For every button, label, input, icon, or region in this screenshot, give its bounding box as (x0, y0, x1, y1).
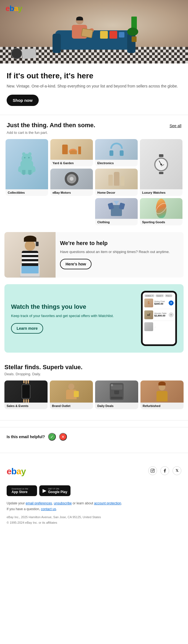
stellar-label-sales: Sales & Events (4, 403, 48, 409)
watchlist-text: Watch the things you love Keep track of … (11, 303, 137, 334)
products-header: Just the thing. And then some. See all (4, 122, 184, 129)
hero-title: If it's out there, it's here (7, 71, 181, 81)
stellar-card-daily[interactable]: Daily Deals (95, 380, 138, 409)
hero-subtitle: New. Vintage. One-of-a-kind. Shop everyt… (7, 83, 181, 89)
product-label-yard-garden: Yard & Garden (50, 160, 93, 166)
product-card-collectibles[interactable]: Collectibles (6, 139, 48, 196)
product-card-sporting-goods[interactable]: Sporting Goods (140, 198, 182, 225)
footer-top: ebay 𝕏 (7, 466, 181, 481)
products-subtitle: Add to cart is the fun part. (4, 131, 184, 135)
footer-address: eBay Inc., 2025 Hamilton Avenue, San Jos… (7, 515, 181, 526)
google-play-name: Google Play (48, 490, 67, 494)
app-store-pre: Download on the (12, 488, 28, 490)
product-card-luxury-watches[interactable]: Luxury Watches (140, 139, 182, 196)
help-image (4, 232, 56, 278)
hero-text-block: If it's out there, it's here New. Vintag… (0, 63, 188, 108)
shop-now-button[interactable]: Shop now (7, 95, 39, 106)
product-label-sporting-goods: Sporting Goods (140, 219, 182, 225)
help-section: We're here to help Have questions about … (4, 232, 184, 278)
stellar-label-daily: Daily Deals (95, 403, 138, 409)
stellar-subtitle: Deals. Dropping. Daily. (4, 372, 184, 376)
product-card-ebay-motors[interactable]: eBay Motors (50, 169, 93, 196)
account-protection-link[interactable]: account protection (94, 501, 121, 505)
email-prefs-link[interactable]: email preferences (26, 501, 52, 505)
contact-us-link[interactable]: contact us (41, 507, 56, 511)
footer-apps: Download on the App Store ▶ GET IT ON Go… (7, 485, 181, 496)
svg-point-2 (153, 469, 154, 470)
app-store-name: App Store (12, 490, 28, 494)
feedback-yes-button[interactable]: ✓ (48, 433, 56, 441)
footer: ebay 𝕏 Download on the (0, 460, 188, 532)
stellar-grid: Sales & Events Brand Outlet (4, 380, 184, 409)
product-card-electronics[interactable]: Electronics (95, 139, 138, 166)
product-card-yard-garden[interactable]: Yard & Garden (50, 139, 93, 166)
twitter-x-icon[interactable]: 𝕏 (173, 466, 181, 475)
feedback-no-button[interactable]: ✕ (59, 433, 67, 441)
google-play-badge[interactable]: ▶ GET IT ON Google Play (39, 485, 70, 496)
feedback-question: Is this email helpful? (7, 435, 45, 439)
stellar-title: Stellar finds. Superb value. (4, 364, 184, 371)
watchlist-subtitle: Keep track of your favorites and get spe… (11, 313, 137, 319)
app-store-badge[interactable]: Download on the App Store (7, 485, 37, 496)
stellar-label-brand: Brand Outlet (50, 403, 93, 409)
divider-2 (0, 420, 188, 421)
stellar-card-sales[interactable]: Sales & Events (4, 380, 48, 409)
product-label-clothing: Clothing (95, 219, 138, 225)
products-section: Just the thing. And then some. See all A… (0, 122, 188, 225)
help-content: We're here to help Have questions about … (56, 232, 174, 278)
stellar-label-refurbished: Refurbished (140, 403, 184, 409)
products-title: Just the thing. And then some. (7, 122, 95, 129)
footer-social: 𝕏 (148, 466, 181, 475)
feedback-section: Is this email helpful? ✓ ✕ (0, 427, 188, 446)
phone-screen: Hobbies ✕ Saved ✕ Price ∨ 🪑 Dining Chair… (143, 292, 175, 344)
divider-3 (0, 453, 188, 453)
footer-links: Update your email preferences, unsubscri… (7, 501, 181, 512)
watchlist-phone: Hobbies ✕ Saved ✕ Price ∨ 🪑 Dining Chair… (141, 291, 177, 346)
unsubscribe-link[interactable]: unsubscribe (54, 501, 72, 505)
product-label-luxury-watches: Luxury Watches (140, 189, 182, 196)
hero-logo: ebay (6, 4, 22, 13)
svg-point-1 (152, 470, 153, 471)
product-label-ebay-motors: eBay Motors (50, 189, 93, 196)
google-play-pre: GET IT ON (48, 488, 67, 490)
learn-more-button[interactable]: Learn more (11, 323, 43, 334)
stellar-section: Stellar finds. Superb value. Deals. Drop… (0, 357, 188, 414)
stellar-card-brand[interactable]: Brand Outlet (50, 380, 93, 409)
product-label-electronics: Electronics (95, 160, 138, 166)
product-label-collectibles: Collectibles (6, 189, 48, 196)
watchlist-section: Watch the things you love Keep track of … (4, 284, 184, 353)
stellar-card-refurbished[interactable]: Refurbished (140, 380, 184, 409)
facebook-icon[interactable] (160, 466, 169, 475)
product-label-home-decor: Home Decor (95, 189, 138, 196)
google-play-icon: ▶ (43, 488, 46, 494)
hero-banner: ebay (0, 0, 188, 63)
product-card-home-decor[interactable]: Home Decor (95, 169, 138, 196)
watchlist-title: Watch the things you love (11, 303, 137, 310)
svg-rect-0 (151, 469, 154, 472)
product-card-clothing[interactable]: Clothing (95, 198, 138, 225)
divider-1 (0, 115, 188, 115)
help-text: Have questions about an item or shipping… (60, 249, 170, 255)
heres-how-button[interactable]: Here's how (60, 259, 92, 269)
see-all-link[interactable]: See all (169, 124, 181, 128)
instagram-icon[interactable] (148, 466, 157, 475)
footer-logo: ebay (7, 466, 26, 477)
help-title: We're here to help (60, 240, 170, 246)
